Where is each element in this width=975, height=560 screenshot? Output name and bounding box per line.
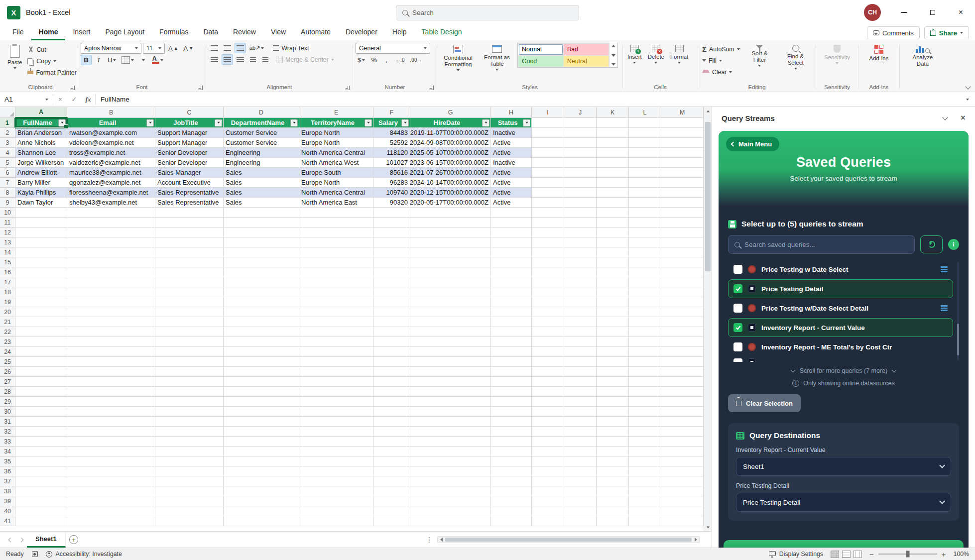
cell[interactable] xyxy=(629,506,661,516)
cell[interactable]: shelby43@example.net xyxy=(67,198,155,208)
cell[interactable] xyxy=(661,277,704,287)
cell[interactable] xyxy=(410,337,491,347)
cell[interactable] xyxy=(629,208,661,218)
cell[interactable] xyxy=(373,267,410,277)
cell[interactable]: 2025-05-10T00:00:00.000Z xyxy=(410,148,491,158)
cell[interactable] xyxy=(15,208,67,218)
cell[interactable] xyxy=(299,516,373,526)
cell[interactable] xyxy=(491,407,532,417)
cell[interactable] xyxy=(597,486,629,496)
cell[interactable] xyxy=(564,367,597,377)
cell[interactable] xyxy=(15,247,67,257)
zoom-level[interactable]: 100% xyxy=(954,551,969,558)
cell[interactable]: Sales xyxy=(224,188,299,198)
cell[interactable] xyxy=(564,387,597,397)
cell[interactable] xyxy=(564,476,597,486)
cell[interactable] xyxy=(15,307,67,317)
column-header-D[interactable]: D xyxy=(224,107,299,118)
cell[interactable] xyxy=(67,486,155,496)
cell[interactable]: North America West xyxy=(299,158,373,168)
cell[interactable] xyxy=(597,247,629,257)
cell[interactable] xyxy=(67,367,155,377)
cell[interactable] xyxy=(629,227,661,237)
cell[interactable] xyxy=(224,297,299,307)
close-button[interactable]: × xyxy=(947,0,975,25)
cell[interactable]: 52592 xyxy=(373,138,410,148)
cell[interactable] xyxy=(373,447,410,456)
cell[interactable]: Europe North xyxy=(299,178,373,188)
cell[interactable] xyxy=(532,456,564,466)
cell[interactable]: 109740 xyxy=(373,188,410,198)
cell[interactable] xyxy=(597,387,629,397)
cell[interactable] xyxy=(629,198,661,208)
cell[interactable] xyxy=(661,377,704,387)
cell[interactable] xyxy=(155,247,224,257)
row-header-6[interactable]: 6 xyxy=(0,168,15,178)
cell[interactable] xyxy=(15,417,67,427)
cell[interactable] xyxy=(532,247,564,257)
cell[interactable] xyxy=(410,267,491,277)
cell[interactable] xyxy=(224,496,299,506)
page-break-view-button[interactable] xyxy=(853,551,862,558)
cell[interactable] xyxy=(67,516,155,526)
font-size-select[interactable]: 11 xyxy=(143,43,165,54)
main-menu-button[interactable]: Main Menu xyxy=(726,137,779,151)
font-dialog-launcher[interactable] xyxy=(198,86,203,90)
cell[interactable] xyxy=(491,357,532,367)
user-avatar[interactable]: CH xyxy=(864,4,881,21)
row-header-21[interactable]: 21 xyxy=(0,317,15,327)
cell[interactable] xyxy=(373,486,410,496)
filter-button[interactable] xyxy=(58,119,66,126)
row-header-34[interactable]: 34 xyxy=(0,447,15,456)
cell[interactable] xyxy=(661,247,704,257)
cell[interactable] xyxy=(410,516,491,526)
cell[interactable] xyxy=(629,417,661,427)
cell[interactable] xyxy=(15,227,67,237)
cell[interactable] xyxy=(299,347,373,357)
row-header-29[interactable]: 29 xyxy=(0,397,15,407)
cell[interactable] xyxy=(597,337,629,347)
cell[interactable]: floressheena@example.net xyxy=(67,188,155,198)
cell[interactable] xyxy=(224,287,299,297)
sheetbar-kebab-icon[interactable]: ⋮ xyxy=(426,532,433,548)
cell[interactable] xyxy=(410,486,491,496)
cell[interactable]: 2024-09-08T00:00:00.000Z xyxy=(410,138,491,148)
cell[interactable] xyxy=(410,277,491,287)
cell[interactable] xyxy=(532,267,564,277)
cell[interactable] xyxy=(629,516,661,526)
cell[interactable] xyxy=(299,317,373,327)
cell[interactable] xyxy=(597,456,629,466)
cell[interactable] xyxy=(661,397,704,407)
cell[interactable] xyxy=(224,257,299,267)
cell[interactable] xyxy=(299,227,373,237)
cell[interactable] xyxy=(597,506,629,516)
cell[interactable] xyxy=(491,437,532,447)
cell[interactable] xyxy=(15,476,67,486)
accessibility-status[interactable]: Accessibility: Investigate xyxy=(46,551,122,558)
table-header-cell[interactable]: TerritoryName xyxy=(299,118,373,128)
cell[interactable] xyxy=(373,437,410,447)
cell[interactable] xyxy=(224,397,299,407)
filter-button[interactable] xyxy=(482,119,489,126)
destination-select[interactable]: Price Testing Detail xyxy=(736,493,951,512)
query-checkbox[interactable] xyxy=(733,323,742,332)
cell[interactable] xyxy=(155,347,224,357)
query-checkbox[interactable] xyxy=(733,265,742,274)
cell[interactable] xyxy=(373,466,410,476)
cell[interactable] xyxy=(629,387,661,397)
cell[interactable] xyxy=(373,218,410,227)
cell[interactable]: Customer Service xyxy=(224,128,299,138)
cell[interactable] xyxy=(491,297,532,307)
cell[interactable] xyxy=(629,148,661,158)
cell[interactable] xyxy=(532,516,564,526)
cell[interactable] xyxy=(597,237,629,247)
cell[interactable] xyxy=(564,337,597,347)
cell[interactable] xyxy=(564,456,597,466)
cell[interactable] xyxy=(410,506,491,516)
cell[interactable] xyxy=(564,506,597,516)
cell[interactable] xyxy=(629,277,661,287)
cell[interactable] xyxy=(661,237,704,247)
cell[interactable] xyxy=(629,397,661,407)
cell[interactable] xyxy=(629,168,661,178)
cell[interactable] xyxy=(629,437,661,447)
